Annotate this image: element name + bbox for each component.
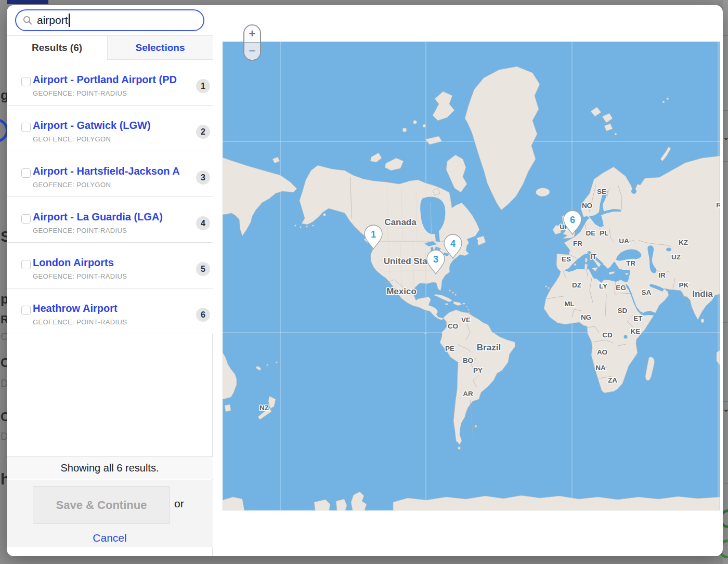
svg-text:4: 4	[450, 239, 456, 249]
map-label-et: ET	[633, 314, 643, 322]
map-label-py: PY	[473, 366, 483, 374]
result-title-link[interactable]: Airport - Hartsfield-Jackson A	[33, 165, 180, 177]
save-continue-button[interactable]: Save & Continue	[33, 486, 170, 524]
world-map[interactable]: CanadaUnited StatesMexicoBrazilIndiaNZCO…	[223, 5, 720, 510]
result-badge: 2	[196, 125, 210, 139]
map-label-nz: NZ	[259, 404, 269, 412]
map-label-uz: UZ	[671, 253, 681, 261]
background-right-strip: ⌄ ⌄	[723, 0, 728, 564]
result-item: Heathrow Airport GEOFENCE: POINT-RADIUS …	[7, 288, 213, 334]
search-icon	[23, 16, 32, 25]
map-label-es: ES	[562, 255, 571, 263]
map-label-na: NA	[595, 364, 606, 372]
map-label-it: IT	[590, 253, 597, 260]
svg-text:6: 6	[570, 215, 575, 225]
background-text-fragment: Ru	[1, 313, 7, 326]
result-item: Airport - Hartsfield-Jackson A GEOFENCE:…	[7, 151, 213, 197]
map-label-sa: SA	[642, 288, 652, 296]
background-text-fragment: S	[1, 228, 7, 245]
map-zoom-control: + −	[243, 24, 261, 61]
background-text-fragment: Ce	[1, 331, 7, 343]
cancel-link[interactable]: Cancel	[7, 532, 213, 544]
result-badge: 4	[196, 216, 210, 230]
result-checkbox[interactable]	[21, 306, 31, 315]
map-label-dz: DZ	[572, 281, 581, 289]
result-title-link[interactable]: Airport - Gatwick (LGW)	[33, 120, 151, 132]
result-title-link[interactable]: Airport - La Guardia (LGA)	[33, 211, 163, 223]
background-text-fragment: De	[1, 430, 7, 442]
result-item: London Airports GEOFENCE: POINT-RADIUS 5	[7, 243, 213, 288]
result-geofence-type: GEOFENCE: POLYGON	[33, 181, 111, 189]
result-checkbox[interactable]	[21, 214, 31, 224]
map-label-ng: NG	[581, 313, 591, 321]
map-label-kz: KZ	[679, 239, 688, 246]
map-label-canada: Canada	[384, 217, 417, 227]
zoom-out-button[interactable]: −	[244, 43, 260, 59]
result-geofence-type: GEOFENCE: POINT-RADIUS	[33, 272, 127, 280]
map-label-bo: BO	[463, 357, 473, 364]
or-label: or	[174, 497, 184, 510]
svg-text:1: 1	[371, 229, 376, 240]
map-label-eg: EG	[616, 284, 626, 292]
result-checkbox[interactable]	[21, 168, 31, 178]
map-label-ly: LY	[599, 282, 607, 290]
background-text-fragment: p	[1, 291, 7, 307]
map-label-co: CO	[448, 322, 458, 330]
result-badge: 6	[196, 308, 210, 322]
result-title-link[interactable]: Heathrow Airport	[33, 303, 118, 314]
background-text-fragment: C	[1, 356, 7, 370]
zoom-in-button[interactable]: +	[244, 25, 260, 43]
result-item: Airport - Portland Airport (PD GEOFENCE:…	[7, 60, 213, 106]
result-checkbox[interactable]	[21, 123, 31, 132]
chevron-down-icon: ⌄	[723, 133, 728, 142]
search-box[interactable]: airport	[15, 9, 204, 31]
result-item: Airport - La Guardia (LGA) GEOFENCE: POI…	[7, 197, 213, 243]
map-label-no: NO	[582, 202, 592, 209]
tab-bar: Results (6) Selections	[7, 35, 213, 60]
map-label-ve: VE	[461, 316, 471, 324]
geofence-search-modal: airport Results (6) Selections Airport -…	[7, 5, 723, 556]
map-label-za: ZA	[608, 376, 617, 384]
result-title-link[interactable]: Airport - Portland Airport (PD	[33, 74, 177, 86]
search-row: airport	[7, 5, 213, 35]
svg-text:3: 3	[433, 254, 438, 265]
result-checkbox[interactable]	[21, 260, 31, 269]
map-label-tr: TR	[626, 259, 635, 267]
map-label-brazil: Brazil	[477, 343, 501, 352]
result-badge: 1	[196, 79, 210, 93]
search-input[interactable]: airport	[37, 14, 68, 27]
map-label-pk: PK	[679, 281, 689, 289]
map-label-pl: PL	[600, 229, 608, 237]
map-label-ir: IR	[658, 271, 666, 279]
chevron-down-icon: ⌄	[723, 404, 728, 414]
map-label-ao: AO	[597, 348, 607, 356]
map-label-mexico: Mexico	[386, 286, 417, 296]
map-label-ar: AR	[463, 390, 473, 398]
result-checkbox[interactable]	[21, 77, 31, 86]
result-badge: 3	[196, 170, 210, 185]
result-geofence-type: GEOFENCE: POINT-RADIUS	[33, 89, 127, 97]
results-panel: airport Results (6) Selections Airport -…	[7, 5, 213, 556]
background-text-fragment: Ca	[1, 410, 7, 424]
result-badge: 5	[196, 262, 210, 276]
background-text-fragment: h	[1, 470, 7, 488]
tab-results[interactable]: Results (6)	[7, 36, 107, 60]
result-item: Airport - Gatwick (LGW) GEOFENCE: POLYGO…	[7, 106, 213, 151]
map-label-cd: CD	[602, 331, 613, 339]
result-geofence-type: GEOFENCE: POINT-RADIUS	[33, 318, 127, 326]
results-list: Airport - Portland Airport (PD GEOFENCE:…	[7, 60, 213, 334]
result-title-link[interactable]: London Airports	[33, 257, 114, 269]
result-geofence-type: GEOFENCE: POINT-RADIUS	[33, 227, 127, 234]
map-label-india: India	[692, 289, 713, 299]
background-left-strip: gSpRuCeCDeCaDeh	[0, 0, 7, 564]
panel-footer: Save & Continue or Cancel	[7, 480, 213, 547]
tab-selections[interactable]: Selections	[107, 36, 213, 60]
map-label-de: DE	[586, 229, 596, 237]
map-container: CanadaUnited StatesMexicoBrazilIndiaNZCO…	[223, 5, 720, 510]
background-header-fragment	[7, 0, 48, 4]
result-geofence-type: GEOFENCE: POLYGON	[33, 135, 111, 143]
map-label-r: R	[716, 201, 720, 209]
map-label-ke: KE	[631, 327, 641, 335]
map-label-ua: UA	[619, 237, 629, 245]
map-label-sd: SD	[618, 307, 628, 314]
